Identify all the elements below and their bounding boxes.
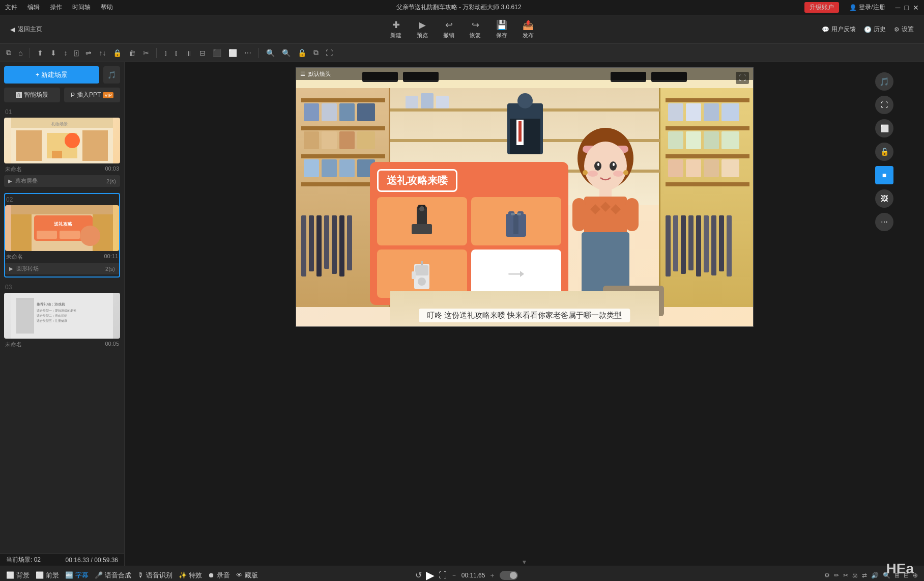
svg-rect-32: [357, 131, 375, 149]
icon-more[interactable]: ⋯: [242, 48, 253, 58]
svg-point-102: [594, 161, 601, 171]
effects-button[interactable]: ✨ 特效: [179, 571, 202, 580]
menu-timeline[interactable]: 时间轴: [72, 3, 91, 12]
play-pause-button[interactable]: ▶: [426, 569, 435, 582]
icon-lock[interactable]: 🔒: [111, 48, 124, 58]
current-time-display: 00:11.65: [461, 572, 485, 579]
timeline-crop-button[interactable]: ✂: [843, 572, 848, 579]
icon-align-vcenter[interactable]: ↕: [62, 48, 69, 58]
color-icon: ■: [882, 171, 886, 179]
menu-edit[interactable]: 编辑: [27, 3, 40, 12]
record-float-button[interactable]: ⬜: [875, 119, 893, 137]
icon-fullscreen[interactable]: ⛶: [324, 48, 335, 58]
timeline-audio-button[interactable]: 🔊: [871, 572, 879, 579]
scene-item-1[interactable]: 01 礼物场景 未命名 00:03: [4, 106, 120, 189]
feedback-button[interactable]: 💬 用户反馈: [822, 25, 856, 34]
redo-button[interactable]: ↪ 恢复: [470, 19, 481, 39]
icon-delete[interactable]: 🗑: [127, 48, 138, 58]
svg-point-106: [588, 171, 598, 177]
background-mode-button[interactable]: ⬜ 背景: [6, 571, 30, 580]
history-button[interactable]: 🕐 历史: [864, 25, 886, 34]
scene-duration-1: 00:03: [105, 165, 119, 173]
icon-distribute-v[interactable]: ⊟: [197, 48, 208, 58]
icon-crop[interactable]: ✂: [141, 48, 151, 58]
timeline-align-button[interactable]: ⚖: [852, 572, 858, 579]
canvas-content[interactable]: 送礼攻略来喽: [296, 68, 753, 326]
music-button[interactable]: 🎵: [103, 66, 120, 84]
publish-button[interactable]: 📤 发布: [523, 19, 534, 39]
minus-zoom[interactable]: －: [451, 571, 457, 580]
recording-button[interactable]: ⏺ 录音: [208, 571, 230, 580]
scene-item-3[interactable]: 03 推荐礼物：游戏机 适合类型一：爱玩游戏的老爸 适合类型二：喜欢运动 适合类…: [4, 282, 120, 350]
transition-1[interactable]: ▶ 幕布层叠 2(s): [4, 175, 120, 187]
hidden-button[interactable]: 👁 藏版: [236, 571, 258, 580]
timeline-edit-button[interactable]: ✏: [834, 572, 839, 579]
subtitle-mode-button[interactable]: 🔤 字幕: [65, 571, 89, 580]
new-scene-button[interactable]: + 新建场景: [4, 66, 99, 84]
svg-rect-51: [666, 126, 749, 130]
fullscreen-float-button[interactable]: ⛶: [875, 96, 893, 114]
icon-distribute-h[interactable]: ⫼: [183, 48, 194, 58]
icon-zoom-out[interactable]: 🔍: [280, 48, 293, 58]
icon-align-bottom[interactable]: ⬇: [48, 48, 59, 58]
icon-align-right[interactable]: ⫿: [172, 48, 180, 58]
scene-thumb-1[interactable]: 礼物场景: [4, 118, 120, 163]
icon-align-top[interactable]: ⬆: [35, 48, 45, 58]
undo-button[interactable]: ↩ 撤销: [443, 19, 454, 39]
color-float-button[interactable]: ■: [875, 166, 893, 184]
svg-rect-40: [309, 215, 314, 271]
login-button[interactable]: 👤 登录/注册: [849, 3, 885, 12]
back-home-button[interactable]: ◀ 返回主页: [10, 25, 42, 34]
icon-group[interactable]: ⬛: [211, 48, 223, 58]
voice-synthesis-icon: 🎤: [95, 571, 103, 579]
preview-button[interactable]: ▶ 预览: [417, 19, 428, 39]
plus-zoom[interactable]: ＋: [489, 571, 496, 580]
voice-recognition-button[interactable]: 🎙 语音识别: [137, 571, 172, 580]
restart-button[interactable]: ↺: [415, 570, 422, 580]
music-float-button[interactable]: 🎵: [875, 72, 893, 91]
loop-toggle[interactable]: [500, 571, 518, 580]
canvas-collapse-arrow[interactable]: ▼: [522, 559, 528, 566]
icon-flip-h[interactable]: ⇌: [83, 48, 94, 58]
canvas-header-bar: ☰ 默认镜头: [296, 68, 753, 80]
icon-align-left[interactable]: ⫿: [162, 48, 169, 58]
menu-operation[interactable]: 操作: [50, 3, 62, 12]
coffee-machine-icon: [404, 256, 440, 292]
more-float-button[interactable]: ⋯: [875, 213, 893, 231]
svg-rect-48: [686, 103, 701, 121]
lock-float-button[interactable]: 🔓: [875, 143, 893, 161]
scene-thumb-3[interactable]: 推荐礼物：游戏机 适合类型一：爱玩游戏的老爸 适合类型二：喜欢运动 适合类型三：…: [4, 293, 120, 339]
svg-rect-93: [415, 265, 428, 275]
menu-help[interactable]: 帮助: [101, 3, 113, 12]
icon-align-top2[interactable]: ⍐: [72, 48, 80, 58]
separator-3: [258, 48, 259, 58]
new-button[interactable]: ✚ 新建: [390, 19, 401, 39]
transition-2[interactable]: ▶ 圆形转场 2(s): [5, 263, 119, 274]
timeline-sync-button[interactable]: ⇄: [862, 572, 867, 579]
icon-duplicate[interactable]: ⧉: [311, 47, 321, 58]
icon-zoom-in[interactable]: 🔍: [264, 48, 277, 58]
icon-lock2[interactable]: 🔓: [296, 48, 308, 58]
image-float-button[interactable]: 🖼: [875, 189, 893, 208]
voice-synthesis-button[interactable]: 🎤 语音合成: [95, 571, 131, 580]
svg-rect-52: [668, 131, 683, 149]
icon-flip-v[interactable]: ↑↓: [97, 48, 108, 58]
scene-thumb-2[interactable]: 送礼攻略: [5, 205, 119, 251]
menu-file[interactable]: 文件: [5, 3, 17, 12]
maximize-button[interactable]: □: [905, 4, 909, 12]
settings-button[interactable]: ⚙ 设置: [894, 25, 914, 34]
timeline-settings-button[interactable]: ⚙: [824, 572, 830, 579]
icon-home[interactable]: ⌂: [16, 48, 24, 58]
close-button[interactable]: ✕: [913, 4, 919, 12]
foreground-mode-button[interactable]: ⬜ 前景: [36, 571, 59, 580]
fullscreen-play-button[interactable]: ⛶: [439, 571, 447, 580]
ai-scene-tab[interactable]: 🅰 智能场景: [4, 88, 60, 102]
icon-copy[interactable]: ⧉: [4, 47, 13, 58]
icon-ungroup[interactable]: ⬜: [226, 48, 239, 58]
insert-ppt-tab[interactable]: P 插入PPT VIP: [64, 88, 120, 102]
scene-item-2[interactable]: 02 送礼攻略 未命名: [4, 193, 120, 278]
minimize-button[interactable]: ─: [896, 4, 901, 12]
upgrade-button[interactable]: 升级账户: [804, 2, 839, 13]
svg-rect-3: [82, 130, 108, 161]
save-button[interactable]: 💾 保存: [496, 19, 507, 39]
